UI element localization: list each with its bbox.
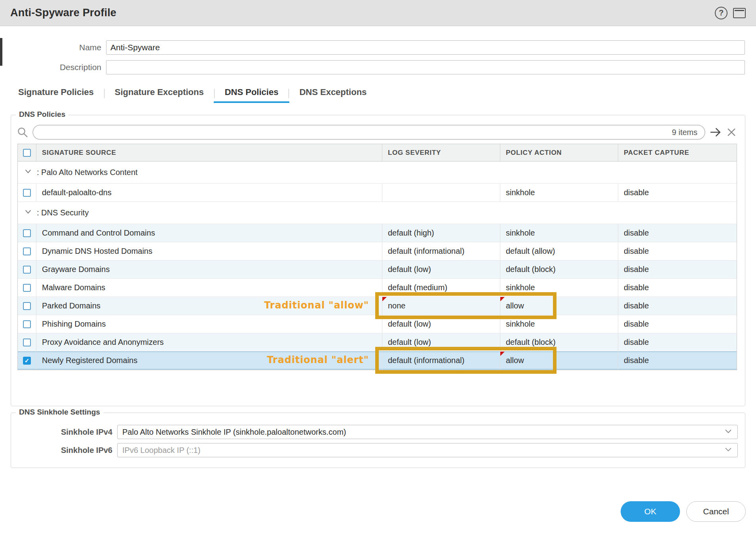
column-header-policy-action[interactable]: POLICY ACTION <box>500 144 618 161</box>
column-header-log-severity[interactable]: LOG SEVERITY <box>382 144 500 161</box>
signature-source-cell: Command and Control Domains <box>36 224 382 242</box>
column-header-signature-source[interactable]: SIGNATURE SOURCE <box>36 144 382 161</box>
filter-input[interactable] <box>40 128 672 137</box>
packet-capture-cell[interactable]: disable <box>618 224 737 242</box>
apply-filter-arrow-icon[interactable] <box>709 126 722 139</box>
select-all-checkbox[interactable] <box>23 149 31 157</box>
header-checkbox-cell <box>18 144 36 161</box>
policy-action-cell-modified[interactable]: allow <box>500 352 618 369</box>
dns-policies-table: SIGNATURE SOURCE LOG SEVERITY POLICY ACT… <box>17 144 737 370</box>
signature-source-cell: Parked Domains <box>36 297 382 315</box>
chevron-down-icon[interactable] <box>24 167 32 177</box>
chevron-down-icon[interactable] <box>24 208 32 218</box>
table-row-newly-registered-domains[interactable]: Newly Registered Domains default (inform… <box>18 352 737 370</box>
dns-policies-section: DNS Policies 9 items <box>11 115 745 406</box>
background-edge <box>0 38 2 66</box>
chevron-down-icon <box>724 445 733 456</box>
dialog-title: Anti-Spyware Profile <box>10 7 116 19</box>
filter-input-pill[interactable]: 9 items <box>32 125 705 140</box>
log-severity-cell[interactable]: default (informational) <box>382 242 500 260</box>
cancel-button[interactable]: Cancel <box>686 501 746 522</box>
row-checkbox[interactable] <box>23 229 31 237</box>
policy-action-cell[interactable]: sinkhole <box>500 184 618 202</box>
tab-dns-exceptions[interactable]: DNS Exceptions <box>289 85 377 103</box>
policy-action-cell[interactable]: default (block) <box>500 333 618 351</box>
dns-policies-table-wrap: SIGNATURE SOURCE LOG SEVERITY POLICY ACT… <box>17 144 737 370</box>
group-label: : DNS Security <box>37 208 89 217</box>
packet-capture-cell[interactable]: disable <box>618 333 737 351</box>
log-severity-cell[interactable]: default (high) <box>382 224 500 242</box>
dialog-footer: OK Cancel <box>0 501 746 522</box>
row-checkbox-cell <box>18 333 36 351</box>
table-row-grayware-domains[interactable]: Grayware Domains default (low) default (… <box>18 261 737 279</box>
log-severity-cell[interactable]: default (low) <box>382 315 500 333</box>
signature-source-cell: Newly Registered Domains <box>36 352 382 369</box>
policy-action-cell-modified[interactable]: allow <box>500 297 618 315</box>
signature-source-cell: Grayware Domains <box>36 261 382 278</box>
packet-capture-cell[interactable]: disable <box>618 297 737 315</box>
sinkhole-ipv4-row: Sinkhole IPv4 Palo Alto Networks Sinkhol… <box>11 425 738 439</box>
log-severity-cell-modified[interactable]: none <box>382 297 500 315</box>
table-row-command-and-control-domains[interactable]: Command and Control Domains default (hig… <box>18 224 737 242</box>
row-checkbox-cell <box>18 242 36 260</box>
table-row-phishing-domains[interactable]: Phishing Domains default (low) sinkhole … <box>18 315 737 333</box>
table-header-row: SIGNATURE SOURCE LOG SEVERITY POLICY ACT… <box>18 144 737 162</box>
packet-capture-cell[interactable]: disable <box>618 184 737 202</box>
packet-capture-cell[interactable]: disable <box>618 261 737 278</box>
signature-source-cell: Proxy Avoidance and Anonymizers <box>36 333 382 351</box>
clear-filter-close-icon[interactable] <box>726 127 737 138</box>
row-checkbox[interactable] <box>23 320 31 328</box>
sinkhole-ipv6-dropdown[interactable]: IPv6 Loopback IP (::1) <box>117 443 738 457</box>
row-checkbox[interactable] <box>23 339 31 346</box>
signature-source-cell: Phishing Domains <box>36 315 382 333</box>
ok-button[interactable]: OK <box>621 501 680 522</box>
name-row: Name <box>0 40 745 55</box>
policy-action-cell[interactable]: sinkhole <box>500 224 618 242</box>
signature-source-cell: Dynamic DNS Hosted Domains <box>36 242 382 260</box>
row-checkbox-cell <box>18 224 36 242</box>
description-input[interactable] <box>106 60 745 74</box>
log-severity-cell[interactable] <box>382 184 500 202</box>
items-count: 9 items <box>672 128 697 137</box>
log-severity-cell[interactable]: default (low) <box>382 261 500 278</box>
packet-capture-cell[interactable]: disable <box>618 315 737 333</box>
log-severity-cell[interactable]: default (low) <box>382 333 500 351</box>
table-row-proxy-avoidance-and-anonymizers[interactable]: Proxy Avoidance and Anonymizers default … <box>18 333 737 352</box>
group-row-dns-security[interactable]: : DNS Security <box>18 202 737 224</box>
packet-capture-cell[interactable]: disable <box>618 352 737 369</box>
log-severity-cell[interactable]: default (medium) <box>382 279 500 297</box>
sinkhole-ipv6-label: Sinkhole IPv6 <box>11 446 112 455</box>
sinkhole-ipv6-row: Sinkhole IPv6 IPv6 Loopback IP (::1) <box>11 443 738 457</box>
dns-sinkhole-settings-legend: DNS Sinkhole Settings <box>16 408 103 417</box>
table-row-malware-domains[interactable]: Malware Domains default (medium) sinkhol… <box>18 279 737 297</box>
row-checkbox[interactable] <box>23 247 31 255</box>
window-icon[interactable] <box>733 8 746 18</box>
group-row-palo-alto-networks-content[interactable]: : Palo Alto Networks Content <box>18 162 737 184</box>
row-checkbox[interactable] <box>23 189 31 197</box>
row-checkbox[interactable] <box>23 284 31 292</box>
tab-signature-policies[interactable]: Signature Policies <box>18 85 104 103</box>
dns-policies-legend: DNS Policies <box>16 110 68 119</box>
policy-action-cell[interactable]: sinkhole <box>500 315 618 333</box>
table-row-default-paloalto-dns[interactable]: default-paloalto-dns sinkhole disable <box>18 184 737 202</box>
policy-action-cell[interactable]: default (allow) <box>500 242 618 260</box>
search-icon <box>17 126 28 138</box>
anti-spyware-profile-dialog: Anti-Spyware Profile Name Description Si… <box>0 0 756 544</box>
tab-dns-policies[interactable]: DNS Policies <box>215 85 289 103</box>
row-checkbox[interactable] <box>23 302 31 310</box>
log-severity-cell[interactable]: default (informational) <box>382 352 500 369</box>
tab-signature-exceptions[interactable]: Signature Exceptions <box>104 85 214 103</box>
table-row-parked-domains[interactable]: Parked Domains none allow disable <box>18 297 737 315</box>
policy-action-cell[interactable]: default (block) <box>500 261 618 278</box>
packet-capture-cell[interactable]: disable <box>618 279 737 297</box>
policy-action-cell[interactable]: sinkhole <box>500 279 618 297</box>
packet-capture-cell[interactable]: disable <box>618 242 737 260</box>
table-row-dynamic-dns-hosted-domains[interactable]: Dynamic DNS Hosted Domains default (info… <box>18 242 737 261</box>
tab-bar: Signature Policies Signature Exceptions … <box>18 85 756 103</box>
row-checkbox[interactable] <box>23 266 31 274</box>
sinkhole-ipv4-dropdown[interactable]: Palo Alto Networks Sinkhole IP (sinkhole… <box>117 425 738 439</box>
column-header-packet-capture[interactable]: PACKET CAPTURE <box>618 144 737 161</box>
help-icon[interactable] <box>715 7 728 19</box>
row-checkbox-checked[interactable] <box>23 357 31 365</box>
name-input[interactable] <box>106 40 745 55</box>
